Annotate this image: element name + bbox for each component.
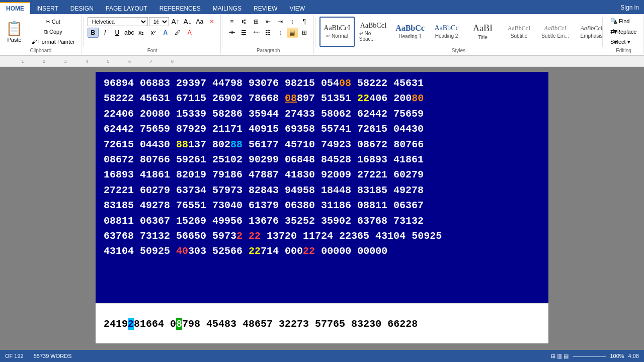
style-normal-preview: AaBbCcI — [324, 24, 350, 32]
view-icons[interactable]: ⊞ ▥ ▤ — [551, 353, 569, 359]
cut-button[interactable]: ✂ Cut — [28, 17, 78, 27]
style-heading1-label: Heading 1 — [398, 34, 422, 39]
tab-page-layout[interactable]: PAGE LAYOUT — [100, 2, 153, 14]
font-name-select[interactable]: Helvetica — [88, 17, 148, 26]
superscript-button[interactable]: x² — [148, 28, 159, 38]
style-title[interactable]: AaBI Title — [465, 17, 501, 47]
doc-line-12: 43104 50925 40303 52566 22714 00022 0000… — [104, 244, 540, 259]
underline-button[interactable]: U — [112, 28, 123, 38]
replace-label: Replace — [616, 29, 636, 35]
highlight-22-1: 22 — [357, 93, 369, 104]
highlight-22-red-2: 22 — [249, 230, 261, 242]
borders-button[interactable]: ⊞ — [299, 28, 310, 38]
sign-in[interactable]: Sign in — [620, 4, 639, 11]
editing-buttons: 🔍 Find ⇄ Replace Select ▾ — [607, 16, 640, 47]
copy-button[interactable]: ⧉ Copy — [28, 27, 78, 37]
increase-indent-button[interactable]: ⇥ — [275, 17, 286, 27]
font-group-label: Font — [88, 47, 217, 53]
doc-line-6: 08672 80766 59261 25102 90299 06848 8452… — [104, 152, 540, 167]
tab-view[interactable]: VIEW — [283, 2, 311, 14]
bullets-button[interactable]: ≡ — [226, 17, 237, 27]
clipboard-group-label: Clipboard — [3, 47, 78, 53]
style-no-spacing[interactable]: AaBbCcI ↵ No Spac... — [356, 17, 391, 47]
style-subtitle[interactable]: AaBbCcI Subtitle — [502, 17, 537, 47]
tab-review[interactable]: REVIEW — [248, 2, 283, 14]
zoom-level: —————— — [573, 353, 606, 359]
change-case-button[interactable]: Aa — [194, 17, 205, 27]
tab-mailings[interactable]: MAILINGS — [207, 2, 248, 14]
decrease-font-button[interactable]: A↓ — [182, 17, 193, 27]
style-heading1[interactable]: AaBbCc Heading 1 — [392, 17, 428, 47]
font-format-row: B I U abc x₂ x² A 🖊 A — [88, 28, 217, 38]
highlight-22-red-3: 22 — [303, 245, 315, 257]
align-left-button[interactable]: ⬲ — [226, 28, 237, 38]
bottom-8-highlight: 8 — [176, 318, 182, 330]
increase-font-button[interactable]: A↑ — [170, 17, 181, 27]
italic-button[interactable]: I — [100, 28, 111, 38]
tab-home[interactable]: HOME — [0, 2, 30, 14]
bottom-81664: 81664 0 — [134, 318, 176, 330]
highlight-40-red: 40 — [176, 245, 188, 257]
styles-gallery: AaBbCcI ↵ Normal AaBbCcI ↵ No Spac... Aa… — [319, 16, 621, 47]
bold-button[interactable]: B — [88, 28, 99, 38]
style-heading1-preview: AaBbCc — [395, 24, 425, 33]
align-right-button[interactable]: ⬳ — [251, 28, 262, 38]
ribbon: HOME INSERT DESIGN PAGE LAYOUT REFERENCE… — [0, 0, 644, 56]
format-painter-button[interactable]: 🖌 Format Painter — [28, 37, 78, 46]
divider-1 — [83, 17, 84, 47]
paragraph-row-2: ⬲ ☰ ⬳ ☷ ↕ ▤ ⊞ — [226, 28, 310, 38]
multilevel-list-button[interactable]: ⊞ — [251, 17, 262, 27]
style-subtitle-preview: AaBbCcI — [508, 25, 530, 32]
select-button[interactable]: Select ▾ — [607, 37, 634, 47]
bottom-rest: 798 45483 48657 32273 57765 83230 66228 — [182, 318, 418, 330]
style-normal[interactable]: AaBbCcI ↵ Normal — [319, 17, 355, 47]
justify-button[interactable]: ☷ — [263, 28, 274, 38]
status-left: OF 192 55739 WORDS — [5, 353, 72, 359]
copy-icon: ⧉ — [44, 29, 48, 35]
show-formatting-button[interactable]: ¶ — [299, 17, 310, 27]
document-page[interactable]: 96894 06883 29397 44798 93076 98215 0540… — [96, 72, 548, 303]
clear-formatting-button[interactable]: ✕ — [206, 17, 217, 27]
shading-button[interactable]: ▤ — [287, 28, 298, 38]
sort-button[interactable]: ↕ — [287, 17, 298, 27]
font-size-select[interactable]: 16.5 — [149, 17, 169, 26]
highlight-88-cyan: 88 — [230, 139, 243, 150]
style-emphasis-preview: AaBbCcI — [581, 25, 603, 32]
replace-button[interactable]: ⇄ Replace — [607, 27, 640, 36]
style-subtitle-label: Subtitle — [511, 33, 527, 39]
font-color-button[interactable]: A — [184, 28, 195, 38]
ribbon-content: 📋 Paste ✂ Cut ⧉ Copy 🖌 Format Painter — [0, 14, 644, 56]
style-title-preview: AaBI — [473, 23, 493, 34]
doc-bottom-line: 24192 81664 08798 45483 48657 32273 5776… — [96, 303, 548, 343]
style-subtle-em-label: Subtle Em... — [541, 33, 569, 39]
tab-references[interactable]: REFERENCES — [153, 2, 207, 14]
numbering-button[interactable]: ⑆ — [238, 17, 250, 27]
doc-line-8: 27221 60279 63734 57973 82843 94958 1844… — [104, 183, 540, 198]
tab-insert[interactable]: INSERT — [30, 2, 64, 14]
text-highlight-button[interactable]: 🖊 — [172, 28, 183, 38]
doc-line-7: 16893 41861 82019 79186 47887 41830 9200… — [104, 167, 540, 183]
highlight-22-red-1: 2 — [236, 230, 249, 242]
doc-line-1: 96894 06883 29397 44798 93076 98215 0540… — [104, 76, 540, 91]
line-spacing-button[interactable]: ↕ — [275, 28, 286, 38]
style-emphasis-label: Emphasis — [581, 33, 603, 39]
paste-button[interactable]: 📋 Paste — [3, 19, 26, 44]
strikethrough-button[interactable]: abc — [124, 28, 135, 38]
style-heading2[interactable]: AaBbCc Heading 2 — [429, 17, 464, 47]
align-center-button[interactable]: ☰ — [238, 28, 250, 38]
replace-icon: ⇄ — [610, 28, 615, 35]
style-heading2-label: Heading 2 — [435, 33, 458, 39]
divider-2 — [222, 17, 222, 47]
tab-design[interactable]: DESIGN — [64, 2, 100, 14]
style-subtle-em[interactable]: AaBbCcI Subtle Em... — [538, 17, 573, 47]
decrease-indent-button[interactable]: ⇤ — [263, 17, 274, 27]
text-effects-button[interactable]: A — [160, 28, 171, 38]
editing-group-label: Editing — [607, 47, 640, 53]
subscript-button[interactable]: x₂ — [136, 28, 147, 38]
find-button[interactable]: 🔍 Find — [607, 16, 633, 26]
ribbon-tabs: HOME INSERT DESIGN PAGE LAYOUT REFERENCE… — [0, 0, 644, 14]
paste-icon: 📋 — [6, 20, 23, 37]
bottom-prefix: 2419 — [104, 318, 128, 330]
doc-line-11: 63768 73132 56650 59732 22 13720 11724 2… — [104, 229, 540, 244]
style-heading2-preview: AaBbCc — [434, 24, 458, 32]
